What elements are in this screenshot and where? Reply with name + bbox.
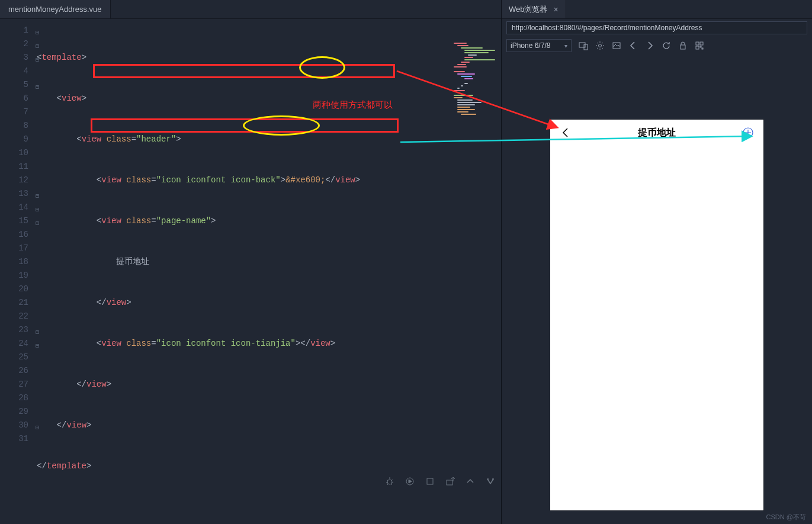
preview-header: 提币地址: [550, 120, 763, 146]
editor-area[interactable]: 1⊟ 2⊟ 3⊟ 4 5⊟ 6 7 8 9 10 11 12 13⊟ 14⊟ 1…: [0, 19, 501, 524]
switch-icon[interactable]: [486, 477, 495, 486]
code-editor-panel: mentionMoneyAddress.vue 1⊟ 2⊟ 3⊟ 4 5⊟ 6 …: [0, 0, 501, 524]
annotation-yellow-ellipse-1: [299, 56, 345, 79]
editor-bottom-toolbar: [385, 477, 495, 486]
svg-rect-11: [696, 46, 699, 49]
svg-point-0: [387, 480, 392, 484]
url-input[interactable]: http://localhost:8080/#/pages/Record/men…: [506, 21, 807, 34]
forward-icon[interactable]: [645, 41, 654, 50]
stop-icon[interactable]: [425, 477, 435, 486]
svg-rect-9: [696, 42, 699, 45]
browser-tab[interactable]: Web浏览器 ×: [502, 0, 566, 18]
code-content[interactable]: <template> <view> <view class="header"> …: [34, 19, 450, 524]
preview-add-button[interactable]: [742, 127, 754, 139]
browser-tab-bar: Web浏览器 ×: [502, 0, 812, 19]
preview-page-title: 提币地址: [638, 127, 676, 139]
annotation-yellow-ellipse-2: [243, 115, 320, 136]
screenshot-icon[interactable]: [612, 41, 621, 50]
annotation-label: 两种使用方式都可以: [313, 99, 393, 111]
svg-rect-10: [700, 42, 703, 45]
minimap[interactable]: [450, 19, 501, 524]
bug-icon[interactable]: [385, 477, 394, 486]
browser-panel: Web浏览器 × http://localhost:8080/#/pages/R…: [501, 0, 812, 524]
settings-icon[interactable]: [595, 41, 605, 50]
annotation-red-box-1: [93, 64, 395, 78]
device-viewport: 提币地址: [502, 54, 812, 524]
svg-rect-3: [447, 480, 452, 485]
svg-rect-2: [427, 478, 433, 484]
chevron-down-icon: ▾: [564, 43, 567, 49]
preview-back-button[interactable]: [560, 127, 572, 139]
qrcode-icon[interactable]: [695, 41, 704, 50]
back-icon[interactable]: [628, 41, 638, 50]
svg-point-6: [599, 44, 602, 47]
play-icon[interactable]: [405, 477, 415, 486]
browser-tab-title: Web浏览器: [509, 4, 548, 15]
editor-tab-bar: mentionMoneyAddress.vue: [0, 0, 501, 19]
responsive-icon[interactable]: [579, 41, 588, 50]
up-icon[interactable]: [466, 477, 475, 486]
svg-rect-13: [702, 48, 703, 49]
refresh-icon[interactable]: [662, 41, 671, 50]
urlbar-row: http://localhost:8080/#/pages/Record/men…: [502, 19, 812, 37]
close-icon[interactable]: ×: [554, 5, 559, 14]
lock-icon[interactable]: [678, 41, 688, 50]
svg-rect-8: [681, 45, 685, 49]
browser-toolbar: iPhone 6/7/8 ▾: [502, 37, 812, 54]
tab-filename: mentionMoneyAddress.vue: [8, 5, 102, 14]
svg-rect-12: [700, 46, 701, 47]
line-number-gutter: 1⊟ 2⊟ 3⊟ 4 5⊟ 6 7 8 9 10 11 12 13⊟ 14⊟ 1…: [0, 19, 34, 524]
device-frame: 提币地址: [550, 120, 763, 510]
export-icon[interactable]: [445, 477, 455, 486]
editor-file-tab[interactable]: mentionMoneyAddress.vue: [0, 0, 111, 18]
device-select[interactable]: iPhone 6/7/8 ▾: [506, 39, 572, 52]
watermark: CSDN @不苛: [766, 513, 806, 522]
